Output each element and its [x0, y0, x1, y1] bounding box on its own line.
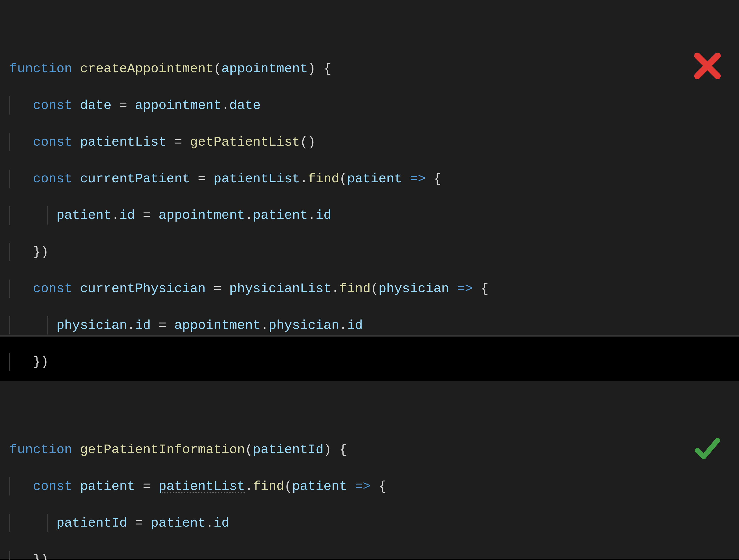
code-line: })	[9, 353, 730, 371]
code-line: const currentPatient = patientList.find(…	[9, 170, 730, 188]
code-line: patientId = patient.id	[9, 514, 730, 532]
code-line: function createAppointment(appointment) …	[9, 59, 730, 78]
code-panel-good: function getPatientInformation(patientId…	[0, 381, 739, 559]
code-line: const patientList = getPatientList()	[9, 133, 730, 151]
cross-icon	[692, 14, 723, 44]
code-line: })	[9, 243, 730, 261]
code-line: const patient = patientList.find(patient…	[9, 477, 730, 496]
code-line: const date = appointment.date	[9, 96, 730, 115]
code-line: })	[9, 551, 730, 560]
code-line: physician.id = appointment.physician.id	[9, 316, 730, 334]
code-line: function getPatientInformation(patientId…	[9, 441, 730, 459]
check-icon	[692, 397, 723, 428]
code-panel-bad: function createAppointment(appointment) …	[0, 0, 739, 336]
code-line: patient.id = appointment.patient.id	[9, 206, 730, 225]
code-line: const currentPhysician = physicianList.f…	[9, 280, 730, 298]
